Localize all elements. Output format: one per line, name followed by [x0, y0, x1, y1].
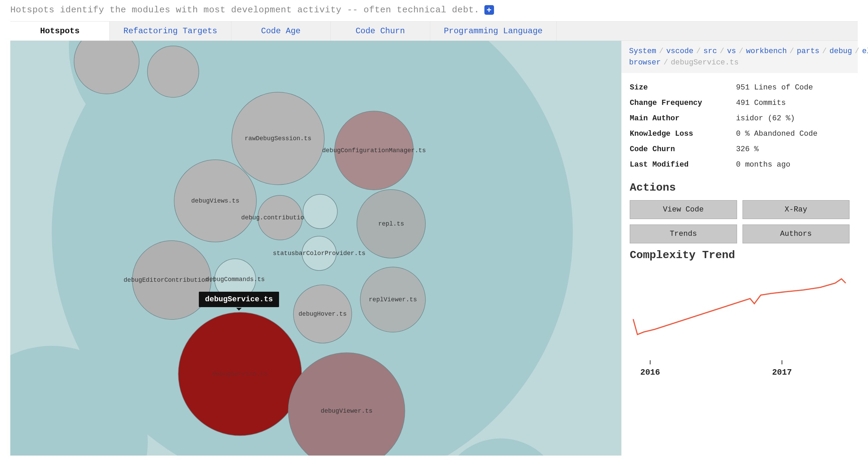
expand-icon[interactable]: + [484, 5, 494, 15]
hotspot-node[interactable] [357, 190, 425, 258]
x-ray-button[interactable]: X-Ray [743, 200, 850, 219]
metric-row: Main Authorisidor (62 %) [630, 111, 849, 126]
breadcrumb-item[interactable]: vscode [666, 47, 693, 56]
metric-label: Code Churn [630, 145, 736, 154]
complexity-svg: 20162017 [630, 268, 849, 384]
hotspot-node[interactable] [293, 285, 352, 343]
metric-row: Change Frequency491 Commits [630, 95, 849, 111]
hotspot-node[interactable] [360, 267, 425, 332]
metric-label: Last Modified [630, 160, 736, 169]
metric-row: Last Modified0 months ago [630, 157, 849, 172]
hotspot-node[interactable] [174, 160, 256, 242]
description-text: Hotspots identify the modules with most … [10, 5, 480, 15]
breadcrumb-item[interactable]: System [629, 47, 656, 56]
hotspot-node[interactable] [132, 241, 211, 319]
metric-value: 0 months ago [736, 160, 790, 169]
hotspot-node[interactable] [232, 92, 324, 185]
tab-hotspots[interactable]: Hotspots [10, 22, 110, 40]
hotspot-node[interactable] [178, 312, 302, 436]
breadcrumb-separator: / [696, 47, 701, 56]
view-code-button[interactable]: View Code [630, 200, 737, 219]
hotspot-node[interactable] [335, 111, 413, 190]
metric-label: Size [630, 83, 736, 92]
breadcrumb-item[interactable]: src [703, 47, 717, 56]
metric-value: 326 % [736, 145, 759, 154]
breadcrumb-item[interactable]: debug [830, 47, 852, 56]
trends-button[interactable]: Trends [630, 225, 737, 243]
hotspot-node[interactable] [147, 46, 199, 97]
action-buttons: View CodeX-RayTrendsAuthors [622, 200, 858, 243]
hotspot-svg: rawDebugSession.tsdebugConfigurationMana… [10, 41, 621, 456]
detail-sidebar: System/vscode/src/vs/workbench/parts/deb… [621, 41, 858, 456]
metric-row: Code Churn326 % [630, 142, 849, 157]
authors-button[interactable]: Authors [743, 225, 850, 243]
breadcrumb-separator: / [663, 58, 668, 67]
breadcrumb-separator: / [789, 47, 794, 56]
tab-refactoring-targets[interactable]: Refactoring Targets [110, 22, 231, 40]
tab-programming-language[interactable]: Programming Language [430, 22, 557, 40]
tabbar: HotspotsRefactoring TargetsCode AgeCode … [10, 21, 858, 41]
breadcrumb-item[interactable]: workbench [746, 47, 787, 56]
tab-code-churn[interactable]: Code Churn [331, 22, 430, 40]
hotspot-node[interactable] [215, 259, 256, 300]
hotspot-node[interactable] [303, 194, 337, 229]
metric-label: Knowledge Loss [630, 130, 736, 138]
page-description: Hotspots identify the modules with most … [0, 0, 868, 21]
trend-line [633, 279, 846, 335]
metric-label: Main Author [630, 114, 736, 123]
breadcrumb-item[interactable]: parts [797, 47, 819, 56]
actions-heading: Actions [622, 176, 858, 200]
breadcrumb-item: debugService.ts [671, 58, 739, 67]
tabbar-fill [557, 22, 858, 40]
tab-code-age[interactable]: Code Age [231, 22, 331, 40]
complexity-chart: 20162017 [622, 268, 858, 389]
hotspot-node[interactable] [302, 236, 336, 270]
x-tick-label: 2016 [640, 368, 660, 377]
hotspot-visualization[interactable]: rawDebugSession.tsdebugConfigurationMana… [10, 41, 621, 456]
metric-value: 951 Lines of Code [736, 83, 813, 92]
metrics-table: Size951 Lines of CodeChange Frequency491… [622, 73, 858, 176]
metric-value: 491 Commits [736, 99, 786, 107]
breadcrumb-separator: / [720, 47, 724, 56]
breadcrumb-separator: / [822, 47, 827, 56]
breadcrumb-separator: / [739, 47, 743, 56]
breadcrumb-item[interactable]: vs [727, 47, 736, 56]
x-tick-label: 2017 [772, 368, 792, 377]
metric-row: Size951 Lines of Code [630, 80, 849, 95]
breadcrumb-separator: / [659, 47, 663, 56]
complexity-heading: Complexity Trend [622, 243, 858, 268]
metric-label: Change Frequency [630, 99, 736, 107]
breadcrumb-separator: / [855, 47, 859, 56]
metric-row: Knowledge Loss0 % Abandoned Code [630, 126, 849, 142]
hotspot-node[interactable] [258, 195, 302, 240]
main-content: rawDebugSession.tsdebugConfigurationMana… [10, 41, 858, 456]
metric-value: 0 % Abandoned Code [736, 130, 818, 138]
metric-value: isidor (62 %) [736, 114, 795, 123]
breadcrumb: System/vscode/src/vs/workbench/parts/deb… [622, 41, 858, 73]
